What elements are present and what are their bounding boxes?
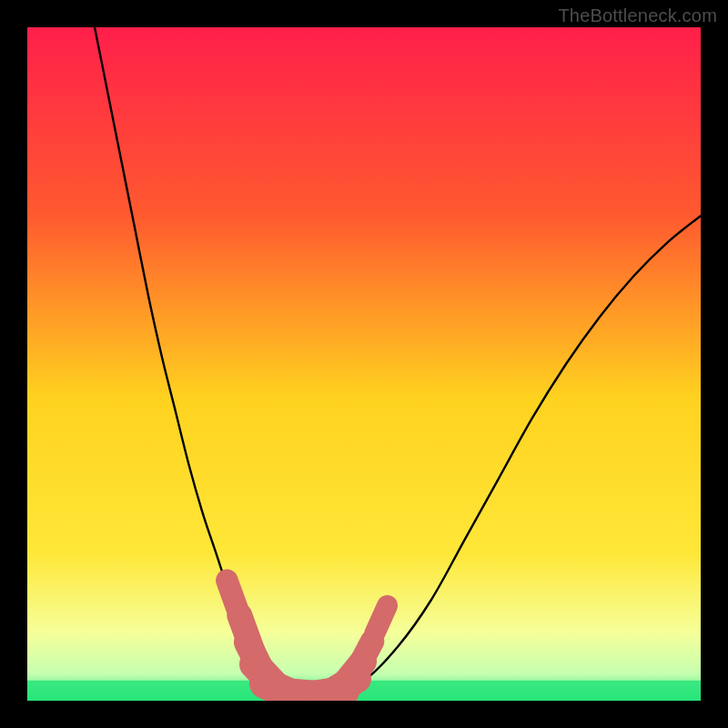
data-marker-end	[380, 599, 395, 613]
data-marker-end	[231, 607, 248, 624]
data-marker-end	[348, 664, 364, 681]
data-marker-end	[238, 633, 257, 652]
bottleneck-chart	[27, 27, 701, 701]
data-marker-end	[368, 627, 382, 642]
watermark-label: TheBottleneck.com	[558, 5, 717, 26]
data-marker-end	[219, 572, 235, 588]
plot-area	[27, 27, 701, 701]
gradient-background	[27, 27, 701, 701]
chart-frame: TheBottleneck.com	[0, 0, 728, 728]
